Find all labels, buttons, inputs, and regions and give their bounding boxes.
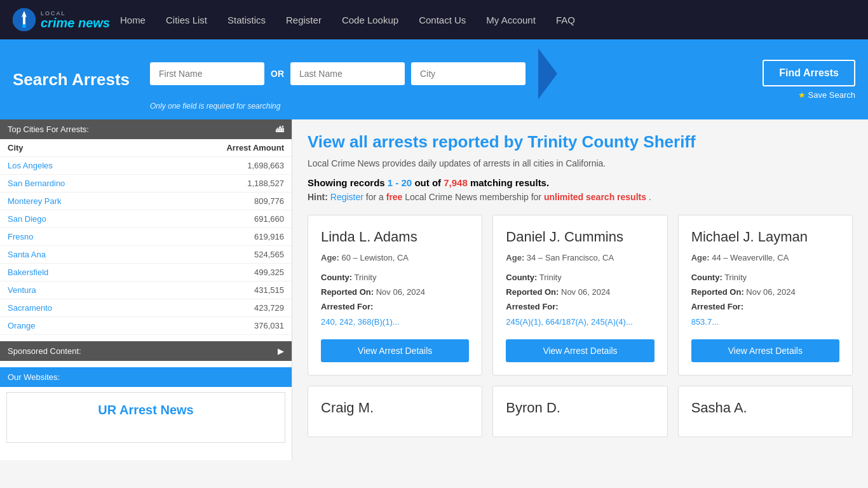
city-link[interactable]: Ventura (8, 285, 36, 295)
out-of-label: out of (414, 177, 441, 188)
logo[interactable]: LOCAL crime news (13, 8, 110, 31)
arrest-amount: 619,916 (146, 228, 292, 246)
main-layout: Top Cities For Arrests: 🏙 City Arrest Am… (0, 119, 868, 460)
first-name-input[interactable] (150, 62, 264, 85)
our-websites-header: Our Websites: (0, 367, 292, 387)
showing-label: Showing records (308, 177, 385, 188)
sidebar: Top Cities For Arrests: 🏙 City Arrest Am… (0, 119, 292, 460)
nav-links: Home Cities List Statistics Register Cod… (110, 0, 585, 39)
arrest-name: Daniel J. Cummins (506, 228, 654, 247)
arrest-name: Sasha A. (691, 399, 839, 417)
table-row: Sacramento 423,729 (0, 299, 292, 317)
hint-unlimited-text: unlimited search results (544, 192, 646, 202)
hint-middle2: Local Crime News membership for (405, 192, 544, 202)
search-hint: Only one field is required for searching (150, 102, 557, 111)
arrest-amount: 1,698,663 (146, 157, 292, 175)
arrest-cards-row-1: Linda L. Adams Age: 60 – Lewiston, CA Co… (308, 215, 853, 376)
city-link[interactable]: Sacramento (8, 303, 52, 313)
arrest-name: Michael J. Layman (691, 228, 839, 247)
results-range: 1 - 20 (388, 177, 412, 188)
city-link[interactable]: Los Angeles (8, 161, 53, 170)
results-summary: Showing records 1 - 20 out of 7,948 matc… (308, 177, 853, 188)
table-row: Ventura 431,515 (0, 281, 292, 299)
hint-register-link[interactable]: Register (330, 192, 363, 202)
arrest-name: Linda L. Adams (321, 228, 469, 247)
arrest-age: Age: 34 – San Francisco, CA (506, 253, 654, 262)
nav-my-account[interactable]: My Account (476, 0, 546, 39)
search-fields-row: OR (150, 48, 557, 99)
matching-results-label: matching results. (470, 177, 549, 188)
nav-register[interactable]: Register (276, 0, 332, 39)
save-search-label: Save Search (808, 90, 855, 100)
logo-icon (13, 8, 36, 31)
arrest-amount-column-header: Arrest Amount (146, 139, 292, 157)
hint-for-a: for a (366, 192, 386, 202)
arrest-name: Byron D. (506, 399, 654, 417)
nav-code-lookup[interactable]: Code Lookup (332, 0, 409, 39)
star-icon: ★ (798, 90, 806, 100)
arrest-amount: 423,729 (146, 299, 292, 317)
city-column-header: City (0, 139, 146, 157)
arrest-card: Byron D. (492, 386, 667, 437)
city-link[interactable]: Monterey Park (8, 196, 62, 206)
our-websites-section: Our Websites: UR Arrest News (0, 367, 292, 443)
main-content: View all arrests reported by Trinity Cou… (292, 119, 868, 460)
search-bar: Search Arrests OR Only one field is requ… (0, 39, 868, 119)
sponsored-label: Sponsored Content: (8, 346, 81, 356)
arrest-name: Craig M. (321, 399, 469, 417)
nav-home[interactable]: Home (110, 0, 156, 39)
city-link[interactable]: Santa Ana (8, 250, 46, 259)
sponsored-section: Sponsored Content: ▶ (0, 341, 292, 361)
arrest-age: Age: 60 – Lewiston, CA (321, 253, 469, 262)
nav-faq[interactable]: FAQ (546, 0, 585, 39)
search-arrow-decoration (538, 48, 557, 99)
city-input[interactable] (411, 62, 526, 85)
view-arrest-details-button[interactable]: View Arrest Details (321, 339, 469, 362)
last-name-input[interactable] (290, 62, 405, 85)
table-row: Fresno 619,916 (0, 228, 292, 246)
nav-bar: LOCAL crime news Home Cities List Statis… (0, 0, 868, 39)
arrest-codes: 853.7... (691, 317, 719, 327)
arrest-codes: 245(A)(1), 664/187(A), 245(A)(4)... (506, 317, 632, 327)
svg-point-3 (22, 24, 26, 28)
arrest-details: County: Trinity Reported On: Nov 06, 202… (691, 270, 839, 330)
sponsored-play-icon: ▶ (278, 346, 284, 356)
page-subtitle: Local Crime News provides daily updates … (308, 158, 853, 168)
table-row: Monterey Park 809,776 (0, 193, 292, 210)
table-row: San Diego 691,660 (0, 210, 292, 228)
view-arrest-details-button[interactable]: View Arrest Details (691, 339, 839, 362)
arrest-age: Age: 44 – Weaverville, CA (691, 253, 839, 262)
ur-arrest-news-title: UR Arrest News (17, 403, 275, 417)
city-link[interactable]: San Bernardino (8, 179, 65, 188)
results-total: 7,948 (444, 177, 468, 188)
search-right: Find Arrests ★ Save Search (763, 60, 855, 100)
hint-end: . (649, 192, 651, 202)
city-link[interactable]: Fresno (8, 232, 33, 241)
top-cities-header: Top Cities For Arrests: 🏙 (0, 119, 292, 139)
top-cities-label: Top Cities For Arrests: (8, 125, 89, 134)
arrest-card: Craig M. (308, 386, 482, 437)
city-link[interactable]: Orange (8, 321, 35, 330)
ur-arrest-news-box[interactable]: UR Arrest News (6, 392, 285, 443)
nav-contact-us[interactable]: Contact Us (409, 0, 476, 39)
hint-line: Hint: Register for a free Local Crime Ne… (308, 192, 853, 202)
svg-rect-2 (23, 16, 25, 25)
arrest-amount: 809,776 (146, 193, 292, 210)
nav-statistics[interactable]: Statistics (217, 0, 276, 39)
nav-cities-list[interactable]: Cities List (156, 0, 217, 39)
save-search-link[interactable]: ★ Save Search (798, 90, 855, 100)
view-arrest-details-button[interactable]: View Arrest Details (506, 339, 654, 362)
find-arrests-button[interactable]: Find Arrests (763, 60, 855, 86)
arrest-amount: 499,325 (146, 264, 292, 281)
arrest-amount: 691,660 (146, 210, 292, 228)
city-link[interactable]: San Diego (8, 214, 46, 224)
our-websites-label: Our Websites: (8, 372, 60, 382)
table-row: San Bernardino 1,188,527 (0, 175, 292, 193)
search-title: Search Arrests (13, 70, 140, 90)
arrest-card: Sasha A. (678, 386, 853, 437)
table-row: Santa Ana 524,565 (0, 246, 292, 264)
arrest-codes: 240, 242, 368(B)(1)... (321, 317, 400, 327)
table-row: Orange 376,031 (0, 317, 292, 335)
city-link[interactable]: Bakersfield (8, 268, 48, 277)
arrest-details: County: Trinity Reported On: Nov 06, 202… (506, 270, 654, 330)
